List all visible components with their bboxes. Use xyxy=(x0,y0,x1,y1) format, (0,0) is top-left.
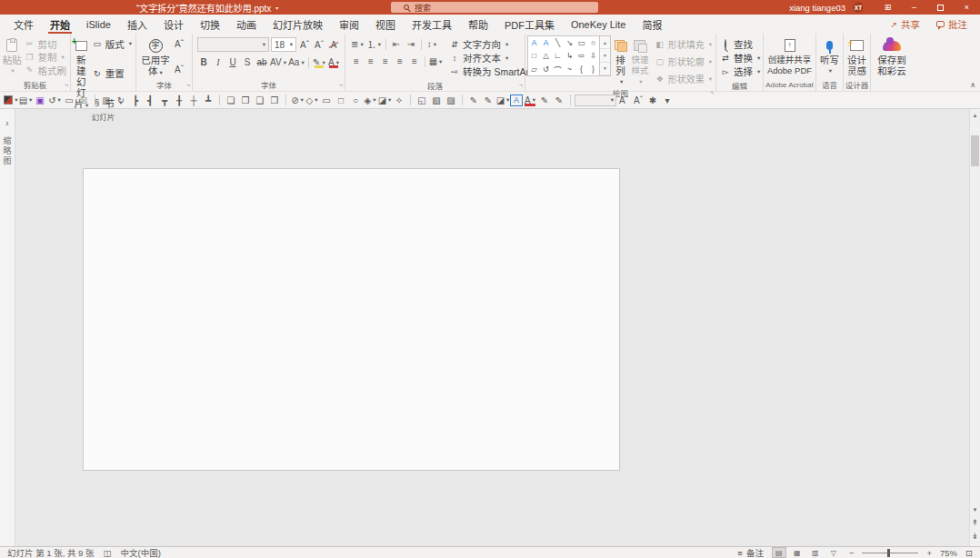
gallery-down-button[interactable]: ▼ xyxy=(600,49,610,62)
cut-button[interactable]: ✂剪切 xyxy=(23,37,69,50)
previous-slide-button[interactable]: ↟ xyxy=(970,515,980,529)
align-bottom-objects[interactable]: ┻ xyxy=(201,93,215,107)
zoom-slider[interactable] xyxy=(862,549,918,557)
ribbon-tab[interactable]: 文件 xyxy=(5,15,42,34)
shrink-font-button[interactable]: Aˇ xyxy=(173,63,185,76)
maximize-button[interactable] xyxy=(927,0,954,15)
avatar[interactable]: XT xyxy=(853,2,864,13)
ribbon-tab[interactable]: PDF工具集 xyxy=(496,15,563,34)
ribbon-tab[interactable]: 开始 xyxy=(42,15,78,34)
align-center-button[interactable]: ≡ xyxy=(365,55,377,68)
font-name-combo[interactable]: ▾ xyxy=(197,37,269,52)
design-ideas-button[interactable]: ⚡ 设计 灵感 xyxy=(847,35,866,78)
ribbon-tab[interactable]: 动画 xyxy=(228,15,265,34)
undo[interactable]: ↺▾ xyxy=(47,93,62,107)
decrease-font-size-button[interactable]: Aˇ xyxy=(313,38,325,52)
zoom-level[interactable]: 75% xyxy=(940,548,957,558)
text-shadow-button[interactable]: S xyxy=(241,55,254,69)
dialog-launcher[interactable]: ⌐ xyxy=(186,82,190,88)
slide-number-indicator[interactable]: 幻灯片 第 1 张, 共 9 张 xyxy=(7,546,95,558)
gallery-more-button[interactable]: ▼ xyxy=(600,63,610,75)
scrollbar-track[interactable] xyxy=(970,121,980,503)
share-button[interactable]: ↗ 共享 xyxy=(890,17,920,31)
scrollbar-thumb[interactable] xyxy=(971,135,979,166)
ink-highlighter[interactable]: ✎ xyxy=(552,93,566,107)
no-outline[interactable]: ⊘▾ xyxy=(290,93,305,107)
ribbon-tab[interactable]: 设计 xyxy=(155,15,192,34)
ribbon-tab[interactable]: 幻灯片放映 xyxy=(265,15,331,34)
numbering-button[interactable]: ⒈▾ xyxy=(366,37,382,51)
elbow-arrow-connector[interactable]: ↳ xyxy=(564,49,575,62)
thumbnail-pane-collapsed[interactable]: › 缩略图 xyxy=(0,109,15,546)
strikethrough-button[interactable]: ab xyxy=(255,55,268,69)
ribbon-tab[interactable]: 插入 xyxy=(119,15,155,34)
comments-button[interactable]: 批注 xyxy=(936,17,967,31)
close-button[interactable]: × xyxy=(954,0,980,15)
scroll-down-button[interactable]: ▼ xyxy=(970,503,980,515)
theme-colors[interactable]: ▾ xyxy=(4,93,18,107)
rectangle[interactable]: ▭ xyxy=(575,36,587,49)
rotate-object[interactable]: ↻ xyxy=(114,93,128,107)
ribbon-tab[interactable]: 帮助 xyxy=(460,15,496,34)
oval[interactable]: ○ xyxy=(587,36,599,49)
bring-to-front[interactable]: ❑ xyxy=(253,93,267,107)
expand-thumbnails-icon[interactable]: › xyxy=(5,118,8,128)
underline-button[interactable]: U xyxy=(226,55,239,69)
save-to-cloud-button[interactable]: 保存到 和彩云 xyxy=(877,35,906,78)
font-color[interactable]: A▾ xyxy=(523,93,537,107)
grow-font-button[interactable]: Aˆ xyxy=(173,37,185,51)
normal-view[interactable]: ▤ xyxy=(772,547,786,558)
quick-styles-button[interactable]: 快速样式 ▾ xyxy=(630,35,650,87)
zoom-in-button[interactable]: + xyxy=(926,548,932,558)
ribbon-tab[interactable]: OneKey Lite xyxy=(563,15,635,34)
align-right-button[interactable]: ≡ xyxy=(379,55,392,68)
search-box[interactable]: 搜索 xyxy=(391,2,598,13)
delete-slide[interactable]: ⊠ xyxy=(76,93,91,107)
elbow-connector[interactable]: ∟ xyxy=(552,49,564,62)
fit-to-window-button[interactable]: ⊡ xyxy=(965,548,973,558)
align-center-horizontal[interactable]: ╂ xyxy=(172,93,186,107)
left-brace[interactable]: { xyxy=(575,63,587,75)
send-backward[interactable]: ❐ xyxy=(238,93,253,107)
decrease-indent-button[interactable]: ⇤ xyxy=(390,37,403,51)
collapse-ribbon-button[interactable]: ∧ xyxy=(970,81,975,89)
line-arrow[interactable]: ↘ xyxy=(564,36,575,49)
ribbon-tab[interactable]: 简报 xyxy=(634,15,670,34)
eyedropper[interactable]: ✧ xyxy=(392,93,406,107)
insert-oval[interactable]: ○ xyxy=(348,93,363,107)
fill-color[interactable]: ◪▾ xyxy=(377,93,392,107)
scroll-up-button[interactable]: ▲ xyxy=(970,109,980,121)
format-painter-button[interactable]: ✎格式刷 xyxy=(23,64,69,76)
minimize-button[interactable]: – xyxy=(901,0,927,15)
crop[interactable]: ◱ xyxy=(415,93,429,107)
clear-formatting-button[interactable]: A xyxy=(327,38,340,52)
decrease-font-size[interactable]: Aˇ xyxy=(631,93,645,107)
insert-picture[interactable]: ▧ xyxy=(429,93,444,107)
align-left-button[interactable]: ≡ xyxy=(350,55,363,68)
find-button[interactable]: 查找 xyxy=(718,37,762,51)
dictate-button[interactable]: 听写 ▾ xyxy=(820,35,839,78)
dialog-launcher[interactable]: ⌐ xyxy=(339,82,343,88)
justify-button[interactable]: ≡ xyxy=(394,55,406,68)
ink-pen[interactable]: ✎ xyxy=(537,93,552,107)
insert-rounded-rectangle[interactable]: □ xyxy=(334,93,348,107)
shape-fill-button[interactable]: ◧形状填充▾ xyxy=(653,37,714,51)
font-color-button[interactable]: A▾ xyxy=(327,55,340,69)
line-spacing-button[interactable]: ↕▾ xyxy=(425,37,438,51)
text-highlight-button[interactable]: ✎▾ xyxy=(313,55,325,69)
curve[interactable]: ~ xyxy=(564,63,575,75)
pencil-tool[interactable]: ✎ xyxy=(466,93,481,107)
ribbon-tab[interactable]: 视图 xyxy=(367,15,404,34)
zoom-out-button[interactable]: − xyxy=(849,548,855,558)
columns-button[interactable]: ▦▾ xyxy=(429,55,442,68)
next-slide-button[interactable]: ↡ xyxy=(970,529,980,543)
ribbon-tab[interactable]: 审阅 xyxy=(331,15,367,34)
shape-outline-button[interactable]: ▢形状轮廓▾ xyxy=(653,55,714,68)
parallelogram[interactable]: ▱ xyxy=(528,63,540,75)
slide-canvas[interactable] xyxy=(83,168,620,471)
select-button[interactable]: ▻选择▾ xyxy=(718,65,762,78)
italic-button[interactable]: I xyxy=(212,55,225,69)
insert-rectangle[interactable]: ▭ xyxy=(319,93,334,107)
zoom-thumb[interactable] xyxy=(887,549,890,557)
user-name[interactable]: xiang tiange03 xyxy=(789,3,845,13)
